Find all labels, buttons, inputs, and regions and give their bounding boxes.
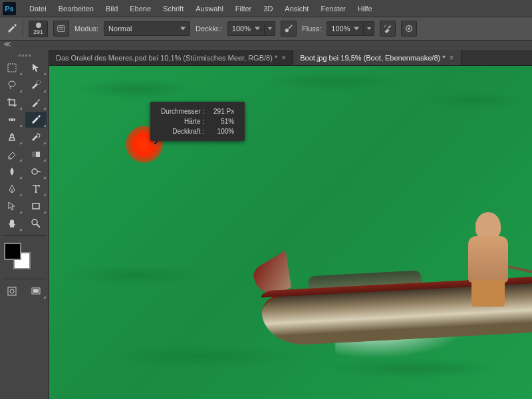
wave-decoration: [329, 358, 501, 378]
tab-label: Das Orakel des Meeres.psd bei 10,1% (Stü…: [56, 54, 277, 62]
collapse-bar: ≪: [0, 41, 532, 50]
type-tool[interactable]: [25, 181, 47, 197]
wave-decoration: [262, 72, 408, 91]
canvas[interactable]: Durchmesser :291 Px Härte :51% Deckkraft…: [49, 66, 532, 399]
move-tool[interactable]: [25, 60, 47, 76]
svg-rect-9: [9, 118, 15, 121]
healing-brush-tool[interactable]: [1, 112, 23, 128]
quick-mask-toggle[interactable]: [1, 283, 23, 299]
pressure-opacity-toggle[interactable]: [281, 21, 297, 37]
menu-ebene[interactable]: Ebene: [124, 2, 156, 15]
document-tab-1[interactable]: Das Orakel des Meeres.psd bei 10,1% (Stü…: [49, 50, 293, 65]
hud-opacity-value: 100%: [208, 127, 237, 136]
svg-rect-11: [32, 152, 36, 157]
opacity-input[interactable]: 100%: [227, 21, 265, 36]
svg-point-5: [408, 27, 411, 30]
hud-hardness-value: 51%: [208, 117, 237, 126]
hand-tool[interactable]: [1, 215, 23, 231]
blend-mode-value: Normal: [108, 25, 132, 33]
wave-decoration: [76, 79, 196, 99]
airbrush-toggle[interactable]: [380, 21, 396, 37]
separator: [23, 20, 23, 37]
wave-decoration: [422, 92, 528, 108]
zoom-tool[interactable]: [25, 215, 47, 231]
menu-bild[interactable]: Bild: [100, 2, 123, 15]
foreground-color-swatch[interactable]: [4, 243, 21, 260]
crop-tool[interactable]: [1, 94, 23, 110]
menu-filter[interactable]: Filter: [230, 2, 257, 15]
svg-rect-18: [33, 289, 39, 293]
path-selection-tool[interactable]: [1, 198, 23, 214]
menubar: Ps Datei Bearbeiten Bild Ebene Schrift A…: [0, 0, 532, 17]
hud-diameter-value: 291 Px: [208, 107, 237, 116]
gradient-tool[interactable]: [25, 146, 47, 162]
svg-point-12: [32, 169, 37, 174]
blend-mode-label: Modus:: [74, 25, 98, 33]
blend-mode-dropdown[interactable]: Normal: [104, 21, 190, 36]
hud-diameter-label: Durchmesser :: [158, 107, 207, 116]
brush-panel-toggle[interactable]: [53, 21, 69, 37]
document-tabbar: Das Orakel des Meeres.psd bei 10,1% (Stü…: [49, 50, 532, 66]
app-logo: Ps: [3, 2, 16, 15]
quick-selection-tool[interactable]: [25, 77, 47, 93]
collapse-toolbar-button[interactable]: ≪: [3, 41, 12, 47]
svg-rect-13: [33, 203, 39, 209]
pressure-size-toggle[interactable]: [401, 21, 417, 37]
svg-rect-15: [8, 287, 16, 295]
brush-hud: Durchmesser :291 Px Härte :51% Deckkraft…: [150, 102, 245, 141]
marquee-tool[interactable]: [1, 60, 23, 76]
svg-point-8: [37, 80, 41, 84]
menu-auswahl[interactable]: Auswahl: [190, 2, 229, 15]
toolbox: [0, 51, 49, 399]
menu-schrift[interactable]: Schrift: [158, 2, 189, 15]
rectangle-shape-tool[interactable]: [25, 198, 47, 214]
flow-value: 100%: [331, 25, 350, 33]
history-brush-tool[interactable]: [25, 129, 47, 145]
options-bar: 291 Modus: Normal Deckkr.: 100% Fluss: 1…: [0, 17, 532, 41]
brush-size-value: 291: [33, 29, 43, 35]
brush-size-picker[interactable]: 291: [29, 21, 48, 37]
flow-input[interactable]: 100%: [327, 21, 364, 36]
menu-bearbeiten[interactable]: Bearbeiten: [53, 2, 99, 15]
hud-opacity-label: Deckkraft :: [158, 127, 207, 136]
svg-rect-6: [8, 64, 16, 72]
svg-point-1: [285, 29, 289, 32]
opacity-slider-toggle[interactable]: [265, 21, 275, 36]
toolbox-grabber[interactable]: [1, 52, 48, 59]
eyedropper-tool[interactable]: [25, 94, 47, 110]
clone-stamp-tool[interactable]: [1, 129, 23, 145]
document-tab-2[interactable]: Boot.jpg bei 19,5% (Boot, Ebenenmaske/8)…: [293, 50, 461, 65]
menu-fenster[interactable]: Fenster: [315, 2, 350, 15]
brush-tool-indicator-icon[interactable]: [7, 23, 17, 34]
menu-3d[interactable]: 3D: [258, 2, 278, 15]
hud-hardness-label: Härte :: [158, 117, 207, 126]
wave-decoration: [63, 265, 209, 285]
blur-tool[interactable]: [1, 164, 23, 180]
screen-mode-toggle[interactable]: [25, 283, 47, 299]
menu-ansicht[interactable]: Ansicht: [279, 2, 314, 15]
dodge-tool[interactable]: [25, 164, 47, 180]
svg-point-16: [10, 289, 14, 293]
flow-label: Fluss:: [302, 25, 321, 33]
lasso-tool[interactable]: [1, 77, 23, 93]
flow-slider-toggle[interactable]: [364, 21, 374, 36]
pen-tool[interactable]: [1, 181, 23, 197]
svg-point-3: [386, 25, 386, 25]
close-icon[interactable]: ×: [450, 53, 454, 63]
color-swatches[interactable]: [4, 243, 32, 271]
boat-image: [235, 212, 532, 358]
svg-rect-0: [58, 26, 65, 32]
menu-hilfe[interactable]: Hilfe: [352, 2, 378, 15]
svg-point-2: [384, 26, 386, 27]
svg-point-14: [32, 219, 37, 225]
close-icon[interactable]: ×: [281, 53, 286, 63]
opacity-label: Deckkr.:: [196, 25, 222, 33]
menu-datei[interactable]: Datei: [24, 2, 52, 15]
svg-point-7: [9, 81, 15, 86]
eraser-tool[interactable]: [1, 146, 23, 162]
opacity-value: 100%: [232, 25, 251, 33]
tab-label: Boot.jpg bei 19,5% (Boot, Ebenenmaske/8)…: [300, 54, 445, 62]
brush-dot-icon: [36, 23, 41, 28]
brush-tool[interactable]: [25, 112, 47, 128]
